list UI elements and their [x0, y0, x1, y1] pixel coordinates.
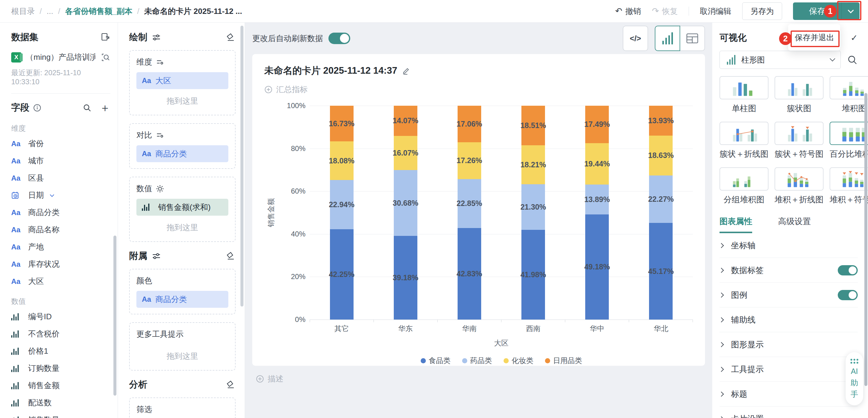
legend-item[interactable]: 化妆类 [503, 356, 533, 365]
field-item-dimension[interactable]: 日期 [11, 187, 111, 204]
gear-icon[interactable] [156, 184, 164, 193]
draw-panel-scrollbar[interactable] [241, 26, 244, 307]
chart-type-card[interactable] [719, 167, 769, 190]
chart-type-card[interactable] [830, 76, 868, 99]
settings-row[interactable]: 卡片设置 [719, 407, 858, 418]
bar-segment[interactable]: 21.30% [521, 184, 545, 230]
chip-value[interactable]: 销售金额(求和) [136, 199, 228, 216]
settings-row[interactable]: 图形显示 [719, 332, 858, 357]
field-item-measure[interactable]: 销售金额 [11, 377, 111, 394]
bar-segment[interactable]: 18.51% [521, 106, 545, 145]
field-item-measure[interactable]: 不含税价 [11, 325, 111, 343]
edit-title-icon[interactable] [402, 66, 410, 75]
more-tooltip-dropzone[interactable]: 更多工具提示 拖到这里 [129, 322, 236, 371]
code-view-button[interactable]: </> [623, 26, 648, 51]
bar-segment[interactable]: 14.07% [394, 106, 417, 136]
breadcrumb-item[interactable]: 各省份销售额_副本 [65, 6, 132, 16]
settings-row[interactable]: 图例 [719, 283, 858, 308]
left-panel-scrollbar[interactable] [114, 236, 117, 396]
bar-segment[interactable]: 22.27% [649, 175, 673, 223]
field-item-measure[interactable]: 编号ID [11, 308, 111, 325]
bar-segment[interactable]: 42.25% [330, 229, 353, 319]
filter-dropzone[interactable]: 筛选 商品分类 拖到这里 [129, 397, 236, 418]
save-as-button[interactable]: 另存为 [742, 2, 782, 20]
bar-segment[interactable]: 41.98% [521, 230, 545, 319]
bar-segment[interactable]: 22.94% [330, 180, 353, 229]
auto-refresh-toggle[interactable] [329, 33, 350, 44]
field-item-dimension[interactable]: Aa商品名称 [11, 221, 111, 238]
add-description[interactable]: 描述 [256, 374, 705, 384]
bar-segment[interactable]: 17.49% [585, 106, 609, 143]
chart-type-card[interactable] [775, 167, 824, 190]
undo-button[interactable]: ↶ 撤销 [615, 6, 641, 16]
settings-row[interactable]: 标题 [719, 382, 858, 407]
cancel-edit-button[interactable]: 取消编辑 [700, 6, 731, 16]
field-item-dimension[interactable]: Aa城市 [11, 152, 111, 169]
bar-segment[interactable]: 17.26% [458, 142, 481, 179]
bar-segment[interactable]: 16.07% [394, 136, 417, 170]
bar-segment[interactable]: 42.83% [458, 228, 481, 319]
chart-type-card[interactable] [775, 122, 824, 145]
field-item-dimension[interactable]: Aa商品分类 [11, 204, 111, 221]
field-item-dimension[interactable]: Aa产地 [11, 238, 111, 255]
legend-item[interactable]: 药品类 [462, 356, 492, 365]
clear-aux-icon[interactable] [226, 251, 236, 261]
breadcrumb-item[interactable]: ... [46, 7, 53, 16]
chart-type-card[interactable] [719, 76, 769, 99]
field-item-dimension[interactable]: Aa省份 [11, 135, 111, 152]
tab-chart-props[interactable]: 图表属性 [719, 216, 752, 233]
ai-assistant-button[interactable]: AI 助 手 [846, 352, 863, 405]
bar-segment[interactable]: 16.73% [330, 106, 353, 141]
bar-segment[interactable]: 13.93% [649, 106, 673, 136]
preview-dataset-icon[interactable] [101, 53, 111, 62]
bar-segment[interactable]: 22.85% [458, 179, 481, 228]
bar-segment[interactable]: 30.68% [394, 170, 417, 236]
breadcrumb-item[interactable]: 根目录 [11, 6, 35, 16]
bar-segment[interactable]: 45.17% [649, 223, 673, 319]
settings-toggle[interactable] [838, 265, 858, 275]
add-field-icon[interactable]: ＋ [99, 102, 111, 113]
bar-segment[interactable]: 18.63% [649, 136, 673, 175]
chart-type-card[interactable] [830, 167, 868, 190]
field-item-dimension[interactable]: Aa库存状况 [11, 255, 111, 273]
bar-segment[interactable]: 13.89% [585, 184, 609, 214]
chip-compare[interactable]: Aa 商品分类 [136, 145, 228, 162]
field-item-dimension[interactable]: Aa区县 [11, 169, 111, 187]
clear-draw-icon[interactable] [226, 33, 236, 42]
switch-dataset-icon[interactable] [101, 33, 111, 42]
chart-type-card[interactable] [719, 122, 769, 145]
bar-segment[interactable]: 49.18% [585, 214, 609, 319]
bar-segment[interactable]: 39.18% [394, 236, 417, 319]
chip-dimension[interactable]: Aa 大区 [136, 72, 228, 89]
field-item-measure[interactable]: 销售数量 [11, 411, 111, 418]
dataset-item[interactable]: X （ming）产品培训演... [11, 52, 111, 63]
right-panel-scrollbar[interactable] [864, 93, 867, 386]
search-fields-icon[interactable] [83, 103, 92, 112]
field-item-measure[interactable]: 价格1 [11, 343, 111, 360]
table-view-button[interactable] [680, 26, 705, 51]
redo-button[interactable]: ↷ 恢复 [652, 6, 678, 16]
settings-row[interactable]: 坐标轴 [719, 233, 858, 258]
bar-segment[interactable]: 18.21% [521, 145, 545, 184]
settings-row[interactable]: 辅助线 [719, 308, 858, 332]
add-summary-metric[interactable]: 汇总指标 [264, 84, 693, 95]
value-dropzone[interactable]: 数值 销售金额(求和) 拖到这里 [129, 177, 236, 242]
color-dropzone[interactable]: 颜色 Aa 商品分类 [129, 269, 236, 314]
search-chart-type-icon[interactable] [847, 55, 858, 65]
bar-segment[interactable]: 17.06% [458, 106, 481, 142]
chart-type-select[interactable]: 柱形图 [719, 51, 841, 69]
bar-segment[interactable]: 19.44% [585, 143, 609, 185]
field-item-measure[interactable]: 订购数量 [11, 360, 111, 377]
bar-segment[interactable]: 18.08% [330, 141, 353, 180]
settings-row[interactable]: 数据标签 [719, 258, 858, 283]
chart-view-button[interactable] [655, 26, 680, 51]
legend-item[interactable]: 日用品类 [545, 356, 582, 365]
settings-row[interactable]: 工具提示 [719, 357, 858, 382]
compare-dropzone[interactable]: 对比 Aa 商品分类 [129, 123, 236, 169]
dimension-dropzone[interactable]: 维度 Aa 大区 拖到这里 [129, 50, 236, 115]
field-item-dimension[interactable]: Aa大区 [11, 273, 111, 290]
tab-advanced[interactable]: 高级设置 [778, 216, 811, 233]
legend-item[interactable]: 食品类 [421, 356, 451, 365]
chart-type-card[interactable] [830, 122, 868, 145]
chart-type-card[interactable] [775, 76, 824, 99]
